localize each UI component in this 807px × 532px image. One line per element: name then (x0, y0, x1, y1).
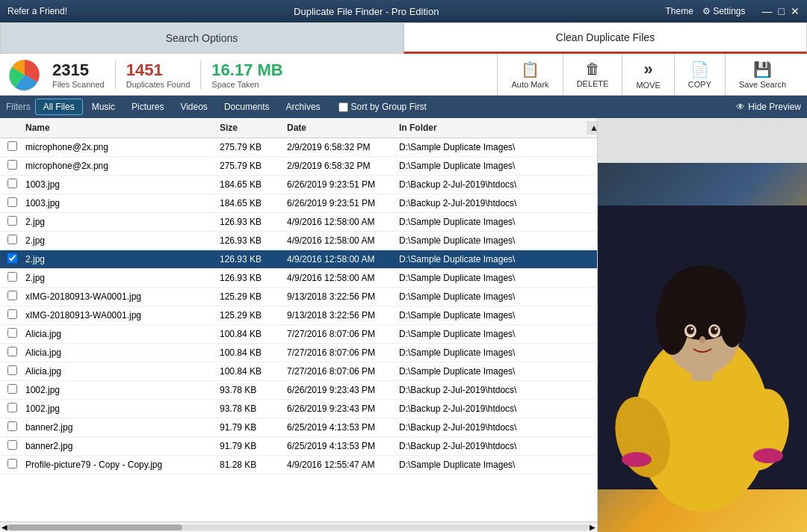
row-checkbox[interactable] (7, 179, 17, 188)
minimize-button[interactable]: — (762, 5, 773, 17)
table-row[interactable]: banner2.jpg91.79 KB6/25/2019 4:13:53 PMD… (0, 418, 597, 437)
row-date: 9/13/2018 3:22:56 PM (284, 291, 396, 303)
row-checkbox-cell (0, 365, 22, 378)
row-checkbox[interactable] (7, 309, 17, 319)
row-name: 1003.jpg (22, 197, 217, 209)
row-checkbox[interactable] (7, 272, 17, 282)
file-rows: microphone@2x.png275.79 KB2/9/2019 6:58:… (0, 138, 597, 522)
titlebar-right: Theme ⚙ Settings — □ ✕ (665, 5, 800, 17)
table-row[interactable]: 2.jpg126.93 KB4/9/2016 12:58:00 AMD:\Sam… (0, 250, 597, 269)
row-checkbox[interactable] (7, 216, 17, 226)
row-checkbox[interactable] (7, 365, 17, 375)
row-checkbox[interactable] (7, 141, 17, 151)
theme-button[interactable]: Theme (665, 6, 693, 16)
filter-music[interactable]: Music (84, 99, 123, 114)
auto-mark-button[interactable]: 📋 Auto Mark (498, 54, 563, 96)
svg-point-14 (687, 327, 694, 335)
header-checkbox-col (0, 121, 22, 134)
table-row[interactable]: 1003.jpg184.65 KB6/26/2019 9:23:51 PMD:\… (0, 194, 597, 213)
table-row[interactable]: banner2.jpg91.79 KB6/25/2019 4:13:53 PMD… (0, 437, 597, 456)
svg-point-11 (719, 288, 746, 347)
row-checkbox[interactable] (7, 291, 17, 300)
delete-button[interactable]: 🗑 DELETE (563, 54, 623, 96)
row-date: 4/9/2016 12:58:00 AM (284, 235, 396, 247)
table-row[interactable]: microphone@2x.png275.79 KB2/9/2019 6:58:… (0, 138, 597, 157)
table-row[interactable]: 1002.jpg93.78 KB6/26/2019 9:23:43 PMD:\B… (0, 381, 597, 400)
stats-actions: 📋 Auto Mark 🗑 DELETE » MOVE 📄 COPY 💾 Sav… (497, 54, 800, 96)
row-date: 2/9/2019 6:58:32 PM (284, 141, 396, 153)
row-size: 184.65 KB (217, 197, 284, 209)
tab-search-options[interactable]: Search Options (0, 22, 404, 54)
svg-point-5 (622, 452, 652, 467)
copy-button[interactable]: 📄 COPY (675, 54, 726, 96)
row-name: 2.jpg (22, 235, 217, 247)
table-row[interactable]: 1003.jpg184.65 KB6/26/2019 9:23:51 PMD:\… (0, 176, 597, 194)
row-size: 100.84 KB (217, 328, 284, 340)
row-checkbox[interactable] (7, 440, 17, 450)
row-date: 6/26/2019 9:23:43 PM (284, 403, 396, 415)
row-date: 2/9/2019 6:58:32 PM (284, 160, 396, 172)
refer-friend-label[interactable]: Refer a Friend! (7, 6, 67, 16)
row-checkbox[interactable] (7, 235, 17, 244)
filter-archives[interactable]: Archives (279, 99, 328, 114)
save-search-button[interactable]: 💾 Save Search (726, 54, 800, 96)
filter-videos[interactable]: Videos (173, 99, 214, 114)
row-checkbox[interactable] (7, 403, 17, 412)
row-date: 4/9/2016 12:55:47 AM (284, 459, 396, 471)
filter-documents[interactable]: Documents (217, 99, 277, 114)
preview-image (598, 163, 807, 532)
preview-panel (598, 118, 807, 532)
row-date: 4/9/2016 12:58:00 AM (284, 216, 396, 228)
table-row[interactable]: xIMG-20180913-WA0001.jpg125.29 KB9/13/20… (0, 288, 597, 306)
row-checkbox[interactable] (7, 253, 17, 263)
row-checkbox[interactable] (7, 384, 17, 394)
tab-clean-duplicates[interactable]: Clean Duplicate Files (404, 22, 807, 54)
scroll-right-arrow[interactable]: ▶ (590, 523, 596, 531)
file-list-header: Name Size Date In Folder ▲ (0, 118, 597, 138)
scroll-left-arrow[interactable]: ◀ (1, 523, 7, 531)
row-checkbox[interactable] (7, 421, 17, 431)
table-row[interactable]: Profile-picture79 - Copy - Copy.jpg81.28… (0, 456, 597, 474)
row-name: microphone@2x.png (22, 141, 217, 153)
sort-label: Sort by Group First (351, 102, 427, 112)
row-checkbox[interactable] (7, 160, 17, 170)
hscroll-thumb[interactable] (7, 525, 182, 531)
move-label: MOVE (636, 81, 660, 90)
horizontal-scrollbar[interactable]: ◀ ▶ (0, 522, 597, 532)
filter-all-files[interactable]: All Files (35, 99, 83, 115)
settings-button[interactable]: ⚙ Settings (702, 6, 746, 16)
table-row[interactable]: 2.jpg126.93 KB4/9/2016 12:58:00 AMD:\Sam… (0, 232, 597, 250)
row-checkbox-cell (0, 439, 22, 453)
table-row[interactable]: 1002.jpg93.78 KB6/26/2019 9:23:43 PMD:\B… (0, 400, 597, 418)
row-checkbox[interactable] (7, 197, 17, 207)
row-checkbox-cell (0, 383, 22, 397)
move-icon: » (644, 60, 653, 79)
filter-pictures[interactable]: Pictures (124, 99, 171, 114)
sort-checkbox[interactable] (338, 102, 348, 112)
table-row[interactable]: Alicia.jpg100.84 KB7/27/2016 8:07:06 PMD… (0, 325, 597, 344)
maximize-button[interactable]: □ (779, 5, 785, 17)
row-date: 6/26/2019 9:23:51 PM (284, 197, 396, 209)
stat-files-scanned: 2315 Files Scanned (42, 61, 116, 89)
row-checkbox[interactable] (7, 459, 17, 468)
row-checkbox-cell (0, 178, 22, 191)
table-row[interactable]: 2.jpg126.93 KB4/9/2016 12:58:00 AMD:\Sam… (0, 213, 597, 232)
row-name: xIMG-20180913-WA0001.jpg (22, 309, 217, 321)
stat-space-taken: 16.17 MB Space Taken (201, 61, 293, 89)
row-folder: D:\Sample Duplicate Images\ (396, 459, 597, 471)
close-button[interactable]: ✕ (791, 5, 800, 17)
table-row[interactable]: Alicia.jpg100.84 KB7/27/2016 8:07:06 PMD… (0, 362, 597, 381)
table-row[interactable]: 2.jpg126.93 KB4/9/2016 12:58:00 AMD:\Sam… (0, 269, 597, 288)
hscroll-track[interactable] (7, 525, 590, 531)
table-row[interactable]: microphone@2x.png275.79 KB2/9/2019 6:58:… (0, 157, 597, 176)
row-name: xIMG-20180913-WA0001.jpg (22, 291, 217, 303)
row-checkbox[interactable] (7, 328, 17, 338)
row-folder: D:\Sample Duplicate Images\ (396, 160, 597, 172)
row-checkbox[interactable] (7, 347, 17, 356)
sort-by-group[interactable]: Sort by Group First (338, 102, 427, 112)
row-name: microphone@2x.png (22, 160, 217, 172)
table-row[interactable]: xIMG-20180913-WA0001.jpg125.29 KB9/13/20… (0, 306, 597, 325)
move-button[interactable]: » MOVE (622, 54, 674, 96)
table-row[interactable]: Alicia.jpg100.84 KB7/27/2016 8:07:06 PMD… (0, 344, 597, 362)
hide-preview-button[interactable]: 👁 Hide Preview (736, 102, 801, 112)
